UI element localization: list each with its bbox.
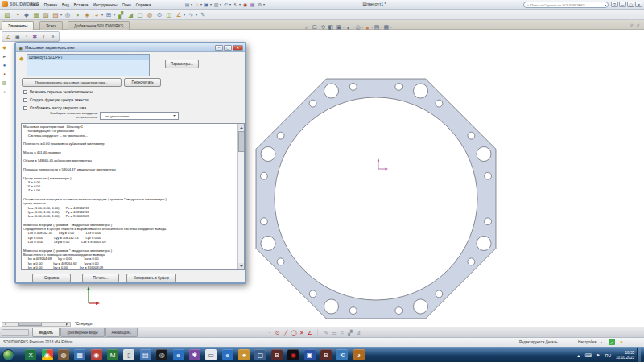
scroll-right-icon[interactable] [66,323,69,326]
document-listbox[interactable]: Шпангоут1.SLDPRT [27,54,150,76]
revolved-cut-icon[interactable]: ◑ [73,10,82,19]
start-button[interactable] [2,349,14,361]
tab-model[interactable]: Модель [32,328,60,337]
print-button[interactable]: Печать... [82,274,119,282]
taskbar-clock[interactable]: 16:35 10.10.2023 [616,351,634,360]
menu-view[interactable]: Вид [60,2,72,8]
units-indicator-icon[interactable]: ✓ [609,339,615,345]
shell-icon[interactable]: ▢ [136,10,145,19]
extruded-cut-icon[interactable]: ▤ [52,10,60,19]
settings-caret-icon[interactable]: ▾ [601,341,602,344]
dialog-minimize-button[interactable]: – [215,45,223,51]
scroll-left-icon[interactable] [3,323,6,326]
taskbar-bw-app-icon[interactable]: B [271,349,283,360]
maximize-button[interactable]: ▢ [627,2,634,7]
delete-relation-icon[interactable]: ✕ [299,329,306,336]
taskbar-chrome-icon[interactable]: ◉ [42,349,53,360]
dropdown-caret-icon[interactable] [173,115,176,118]
linear-pattern-icon-caret[interactable]: ▾ [114,13,115,17]
fillet-icon-caret[interactable]: ▾ [101,13,103,17]
dialog-close-button[interactable]: ✕ [233,45,243,51]
hatch-icon[interactable]: ▞ [347,329,354,336]
dialog-maximize-button[interactable]: ▢ [224,45,232,51]
tolerance-indicator-icon[interactable]: ● [618,339,625,345]
settings-label[interactable]: Настройка [578,340,597,344]
point-tool-icon[interactable]: · [266,329,274,336]
help-search-box[interactable]: ⌕ ▾ [523,2,609,8]
open-document-icon[interactable]: ⌂ [194,1,200,7]
taskbar-sync-icon[interactable]: ⟲ [336,349,348,360]
taskbar-notes-icon[interactable]: ▯ [123,349,134,360]
show-desktop-button[interactable] [637,348,641,362]
taskbar-save-icon[interactable]: ▣ [304,349,316,360]
boundary-boss-icon[interactable]: ▨ [42,10,51,19]
tray-keyboard-icon[interactable]: ⌨ [584,352,592,359]
fillet-icon[interactable]: ◕ [93,10,101,19]
sketch-edit-icon[interactable]: ✎ [323,329,330,336]
swept-cut-icon[interactable]: ◈ [83,10,92,19]
open-document-icon-caret[interactable]: ▾ [200,2,202,6]
report-scrollbar[interactable] [237,124,244,269]
swept-boss-icon[interactable]: ◆ [23,10,31,19]
mirror-icon[interactable]: ◫ [165,10,174,19]
checkbox-include-hidden[interactable]: ✓ Включать скрытые тела/компоненты [23,89,93,95]
taskbar-disc-icon[interactable]: ◎ [156,349,167,360]
taskbar-mathcad-icon[interactable]: M [107,349,118,360]
zoom-in-icon[interactable]: ⌕ [629,22,635,28]
tab-features[interactable]: Элементы [2,21,34,30]
taskbar-displays-icon[interactable]: ▦ [74,349,85,360]
options-icon-caret[interactable]: ▾ [263,2,265,6]
menu-file[interactable]: Файл [27,2,42,8]
taskbar-ie-2028-icon[interactable]: e [173,349,184,360]
save-icon-caret[interactable]: ▾ [210,2,212,6]
print-icon-caret[interactable]: ▾ [220,2,221,6]
zoom-out-icon[interactable]: ⌕ [635,22,642,28]
intersect-icon[interactable]: ⊙ [155,10,164,19]
triangle-tool-icon[interactable]: ⊿ [355,329,362,336]
document-list-item[interactable]: Шпангоут1.SLDPRT [27,55,149,60]
lofted-boss-icon[interactable]: ▦ [32,10,41,19]
rebuild-icon[interactable]: ◉ [242,1,249,7]
taskbar-contact-icon[interactable]: ◉ [91,349,102,360]
select-icon[interactable]: ↖ [233,1,239,7]
checkbox-icon[interactable] [23,106,27,110]
select-icon-caret[interactable]: ▾ [239,2,241,6]
reference-geometry-icon[interactable]: ∠ [175,10,184,19]
taskbar-effects-icon[interactable]: ✱ [189,349,200,360]
instant3d-icon[interactable]: ✎ [199,10,208,19]
dialog-titlebar[interactable]: ◉ Массовые характеристики –▢✕ [16,43,245,52]
undo-icon[interactable]: ↶ [223,1,229,7]
menu-window[interactable]: Окно [119,2,133,8]
circle-tool-icon[interactable]: ⊙ [275,329,282,336]
options-icon[interactable]: ⚙ [257,1,263,7]
view-settings-icon-caret[interactable]: ▾ [390,26,392,29]
rib-icon[interactable]: ▞ [117,10,126,19]
search-scope-caret-icon[interactable]: ▾ [605,3,606,7]
draft-icon[interactable]: ◢ [126,10,135,19]
wrap-icon[interactable]: ◍ [146,10,155,19]
menu-insert[interactable]: Вставка [72,2,91,8]
minimize-button[interactable]: – [619,2,626,7]
scroll-down-icon[interactable] [238,263,245,269]
taskbar-bw-app2-icon[interactable]: B [320,349,332,360]
checkbox-icon[interactable] [23,98,27,102]
new-document-icon-caret[interactable]: ▾ [191,2,192,6]
taskbar-document-icon[interactable]: ▭ [205,349,217,360]
print-icon[interactable]: ▥ [213,1,220,7]
taskbar-cookie-icon[interactable]: ● [238,349,250,360]
scrollbar-thumb[interactable] [18,323,42,326]
checkbox-show-weld-mass[interactable]: Отображать массу сварного шва [23,105,86,111]
help-button[interactable]: Справка [32,274,71,282]
curves-icon[interactable]: ∿ [187,10,196,19]
help-button[interactable]: ? [611,2,618,7]
taskbar-ie-2029-icon[interactable]: e [222,349,233,360]
rectangle-tool-icon[interactable]: ▭ [331,329,338,336]
tab-3d-views[interactable]: Трехмерные виды [60,328,105,337]
tab-scroll-area[interactable] [2,329,29,336]
override-mass-properties-button[interactable]: Переопределить массовые характеристики..… [22,78,122,87]
checkbox-create-com-feature[interactable]: Создать функцию центра тяжести [23,97,89,103]
close-button[interactable]: ✕ [635,2,642,7]
taskbar-record-icon[interactable]: ◉ [287,349,299,360]
recalculate-button[interactable]: Пересчитать [124,78,161,87]
save-icon[interactable]: ▣ [204,1,210,7]
